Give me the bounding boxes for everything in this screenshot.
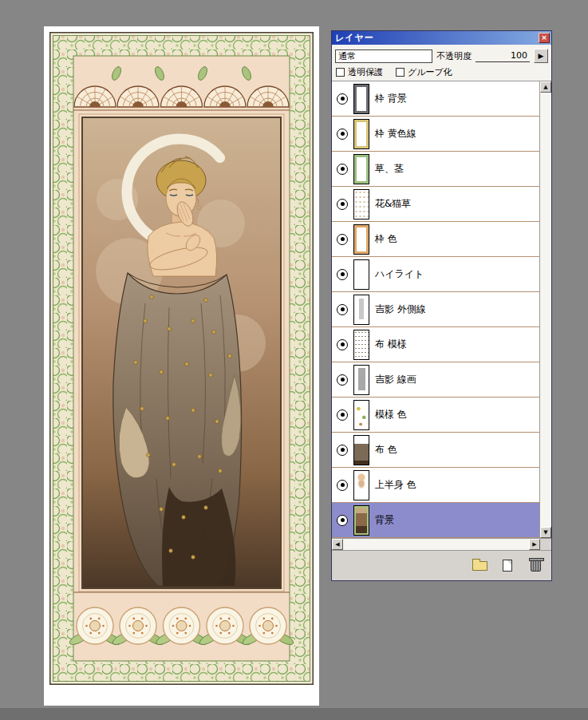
vertical-scrollbar[interactable]: ▲ ▼ — [539, 81, 551, 538]
layer-name: 枠 背景 — [375, 92, 407, 105]
visibility-eye-icon[interactable] — [337, 445, 348, 456]
visibility-eye-icon[interactable] — [337, 199, 348, 210]
layer-name: 吉影 外側線 — [375, 303, 426, 316]
layer-row[interactable]: 枠 色 — [332, 222, 539, 257]
vertical-scroll-track[interactable] — [540, 93, 551, 527]
layer-name: 布 色 — [375, 443, 397, 457]
layer-row[interactable]: 花&猫草 — [332, 187, 539, 222]
layer-name: ハイライト — [375, 267, 424, 281]
layer-row[interactable]: 模様 色 — [332, 398, 539, 433]
layer-thumbnail[interactable] — [353, 259, 369, 290]
layer-thumbnail[interactable] — [353, 365, 369, 395]
group-option[interactable]: グループ化 — [396, 66, 452, 78]
layer-list: 枠 背景枠 黄色線草、茎花&猫草枠 色ハイライト吉影 外側線布 模様吉影 線画模… — [332, 81, 539, 538]
canvas-page[interactable] — [44, 26, 319, 706]
scroll-down-button[interactable]: ▼ — [540, 527, 551, 538]
layer-name: 背景 — [375, 513, 394, 527]
palette-toolbar — [332, 550, 551, 580]
down-arrow-icon: ▼ — [543, 529, 547, 536]
group-label: グループ化 — [408, 66, 452, 78]
layer-thumbnail[interactable] — [353, 470, 369, 500]
layer-row[interactable]: 上半身 色 — [332, 468, 539, 503]
layer-thumbnail[interactable] — [353, 189, 369, 220]
new-layer-button[interactable] — [499, 558, 516, 574]
layer-list-region: 枠 背景枠 黄色線草、茎花&猫草枠 色ハイライト吉影 外側線布 模様吉影 線画模… — [332, 81, 551, 538]
right-triangle-icon: ▶ — [539, 52, 544, 60]
visibility-eye-icon[interactable] — [337, 339, 348, 350]
layer-thumbnail[interactable] — [353, 154, 369, 184]
visibility-eye-icon[interactable] — [337, 409, 348, 421]
scroll-left-button[interactable]: ◀ — [332, 539, 343, 550]
layer-name: 模様 色 — [375, 408, 407, 421]
layer-thumbnail[interactable] — [353, 295, 369, 325]
left-arrow-icon: ◀ — [335, 541, 339, 548]
visibility-eye-icon[interactable] — [337, 129, 348, 140]
visibility-eye-icon[interactable] — [337, 515, 348, 526]
layer-name: 花&猫草 — [375, 197, 411, 211]
visibility-eye-icon[interactable] — [337, 374, 348, 386]
layer-name: 布 模様 — [375, 338, 407, 351]
layer-thumbnail[interactable] — [353, 330, 369, 360]
layer-thumbnail[interactable] — [353, 400, 369, 430]
horizontal-scrollbar[interactable]: ◀ ▶ — [332, 538, 551, 550]
blend-mode-select[interactable]: 通常 — [335, 49, 432, 63]
scroll-up-button[interactable]: ▲ — [540, 81, 551, 93]
layer-row[interactable]: 背景 — [332, 503, 539, 538]
new-layer-icon — [503, 560, 512, 572]
horizontal-scroll-track[interactable] — [343, 539, 529, 550]
visibility-eye-icon[interactable] — [337, 269, 348, 280]
layer-row[interactable]: 布 色 — [332, 433, 539, 468]
close-icon: × — [541, 34, 547, 42]
trash-icon — [531, 560, 541, 572]
layer-row[interactable]: 吉影 線画 — [332, 362, 539, 398]
layer-row[interactable]: 布 模様 — [332, 327, 539, 362]
layer-name: 吉影 線画 — [375, 373, 416, 386]
window-bottom-edge — [0, 708, 588, 720]
blend-opacity-row: 通常 不透明度 100 ▶ — [332, 45, 551, 65]
layer-option-row: 透明保護 グループ化 — [332, 65, 551, 81]
up-arrow-icon: ▲ — [543, 84, 547, 90]
panel-expand-button[interactable]: ▶ — [534, 49, 548, 63]
layer-row[interactable]: 吉影 外側線 — [332, 292, 539, 327]
preserve-transparency-checkbox[interactable] — [336, 68, 345, 77]
layer-row[interactable]: 草、茎 — [332, 152, 539, 187]
layer-thumbnail[interactable] — [353, 505, 369, 536]
right-arrow-icon: ▶ — [532, 541, 536, 548]
preserve-transparency-option[interactable]: 透明保護 — [336, 66, 383, 78]
new-folder-button[interactable] — [471, 558, 488, 574]
layer-thumbnail[interactable] — [353, 224, 369, 255]
group-checkbox[interactable] — [396, 68, 404, 77]
layer-name: 草、茎 — [375, 162, 404, 176]
layer-thumbnail[interactable] — [353, 84, 369, 114]
palette-title: レイヤー — [335, 32, 374, 44]
visibility-eye-icon[interactable] — [337, 234, 348, 245]
scrollbar-corner — [540, 539, 551, 550]
preserve-transparency-label: 透明保護 — [348, 66, 383, 78]
artwork-image — [49, 32, 314, 685]
visibility-eye-icon[interactable] — [337, 480, 348, 491]
layer-name: 枠 黄色線 — [375, 127, 416, 140]
opacity-label: 不透明度 — [436, 50, 472, 62]
layer-thumbnail[interactable] — [353, 435, 369, 465]
layer-row[interactable]: 枠 黄色線 — [332, 117, 539, 152]
opacity-value-field[interactable]: 100 — [476, 50, 530, 62]
layers-palette: レイヤー × 通常 不透明度 100 ▶ 透明保護 グループ化 枠 背景枠 黄色… — [331, 30, 552, 581]
layer-row[interactable]: ハイライト — [332, 257, 539, 292]
visibility-eye-icon[interactable] — [337, 304, 348, 315]
layer-name: 上半身 色 — [375, 478, 416, 492]
visibility-eye-icon[interactable] — [337, 93, 348, 105]
layer-name: 枠 色 — [375, 232, 397, 246]
delete-layer-button[interactable] — [527, 558, 544, 574]
visibility-eye-icon[interactable] — [337, 164, 348, 175]
layer-thumbnail[interactable] — [353, 119, 369, 149]
scroll-right-button[interactable]: ▶ — [529, 539, 540, 550]
folder-icon — [472, 561, 487, 571]
close-button[interactable]: × — [539, 33, 550, 43]
application-window: { "window": { "background": "#868686" },… — [0, 0, 588, 720]
layer-row[interactable]: 枠 背景 — [332, 81, 539, 117]
palette-titlebar[interactable]: レイヤー × — [332, 31, 551, 45]
